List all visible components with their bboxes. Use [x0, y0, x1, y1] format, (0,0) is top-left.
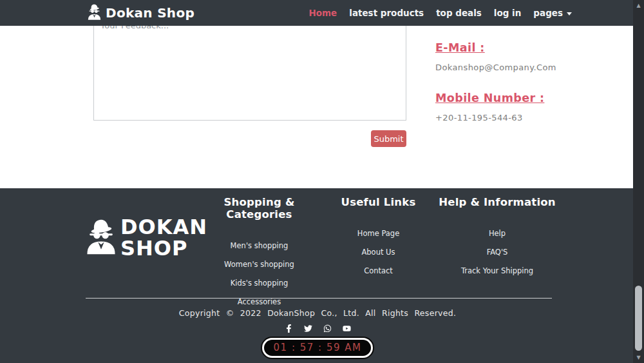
copyright-text: Copyright © 2022 DokanShop Co., Ltd. All…: [0, 308, 635, 318]
contact-info: E-Mail : Dokanshop@Company.Com Mobile Nu…: [435, 41, 629, 123]
nav-item-latest-products[interactable]: latest products: [349, 8, 424, 18]
social-links: [0, 324, 635, 333]
clock-container: 01 : 57 : 59 AM: [0, 338, 635, 358]
footer-logo[interactable]: DOKAN SHOP: [82, 217, 207, 259]
footer-link-contact[interactable]: Contact: [325, 262, 431, 280]
digital-clock: 01 : 57 : 59 AM: [262, 338, 374, 358]
scrollbar-thumb[interactable]: [635, 286, 642, 351]
nav-item-log-in[interactable]: log in: [494, 8, 522, 18]
footer-link-kids-shopping[interactable]: Kids's shopping: [190, 274, 328, 293]
footer-link-faqs[interactable]: FAQ'S: [433, 243, 562, 262]
nav-menu: Home latest products top deals log in pa…: [308, 8, 572, 18]
nav-item-pages-label: pages: [533, 8, 563, 18]
footer-link-home-page[interactable]: Home Page: [325, 224, 431, 243]
footer-link-track-shipping[interactable]: Track Your Shipping: [433, 262, 562, 280]
scrollbar[interactable]: ▲ ▼: [633, 0, 644, 363]
scroll-up-icon[interactable]: ▲: [633, 0, 644, 11]
nav-item-pages[interactable]: pages: [533, 8, 572, 18]
footer-link-about-us[interactable]: About Us: [325, 243, 431, 262]
spy-logo-icon: [86, 3, 103, 23]
mobile-heading[interactable]: Mobile Number :: [435, 92, 544, 104]
mobile-value: +20-11-195-544-63: [435, 113, 629, 123]
footer-heading-useful-links: Useful Links: [325, 196, 431, 208]
footer-heading-shopping: Shopping & Categories: [190, 196, 328, 221]
facebook-icon[interactable]: [285, 324, 293, 333]
submit-button[interactable]: Submit: [371, 130, 406, 147]
main-content: Submit E-Mail : Dokanshop@Company.Com Mo…: [0, 0, 633, 188]
feedback-textarea[interactable]: [93, 14, 406, 121]
spy-logo-icon-large: [82, 217, 120, 259]
scroll-down-icon[interactable]: ▼: [633, 352, 644, 363]
footer-column-help: Help & Information Help FAQ'S Track Your…: [433, 196, 562, 280]
footer-link-help[interactable]: Help: [433, 224, 562, 243]
nav-item-top-deals[interactable]: top deals: [436, 8, 482, 18]
email-heading[interactable]: E-Mail :: [435, 41, 629, 54]
footer-column-shopping: Shopping & Categories Men's shopping Wom…: [190, 196, 328, 311]
footer-heading-help: Help & Information: [433, 196, 562, 208]
footer-divider: [86, 298, 552, 299]
chevron-down-icon: [567, 12, 572, 15]
footer-column-useful-links: Useful Links Home Page About Us Contact: [325, 196, 431, 280]
whatsapp-icon[interactable]: [323, 324, 332, 333]
footer-link-womens-shopping[interactable]: Women's shopping: [190, 255, 328, 274]
twitter-icon[interactable]: [304, 324, 312, 333]
navbar: Dokan Shop Home latest products top deal…: [0, 0, 644, 26]
page: Submit E-Mail : Dokanshop@Company.Com Mo…: [0, 0, 644, 363]
email-value: Dokanshop@Company.Com: [435, 63, 629, 72]
brand-title: Dokan Shop: [106, 5, 194, 21]
youtube-icon[interactable]: [343, 324, 351, 333]
brand[interactable]: Dokan Shop: [86, 3, 194, 23]
footer-link-mens-shopping[interactable]: Men's shopping: [190, 237, 328, 255]
nav-item-home[interactable]: Home: [308, 8, 337, 18]
footer: DOKAN SHOP Shopping & Categories Men's s…: [0, 188, 644, 363]
